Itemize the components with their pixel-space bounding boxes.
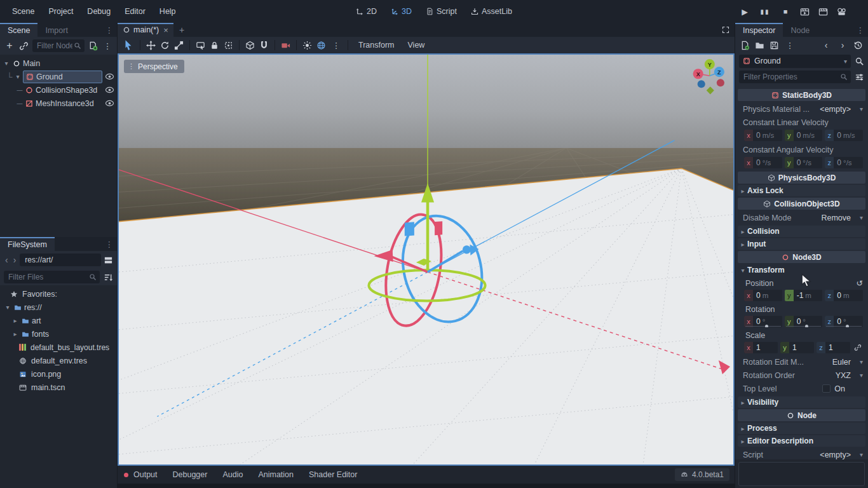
version-badge[interactable]: 4.0.beta1 <box>675 468 729 481</box>
prop-rotation-edit-mode[interactable]: Rotation Edit M... Euler▾ <box>738 355 865 369</box>
rotation-x-field[interactable]: x0° <box>744 316 782 327</box>
collapse-icon[interactable]: ▾ <box>4 304 11 311</box>
scene-dock-menu-icon[interactable]: ⋮ <box>102 23 118 37</box>
collapse-icon[interactable]: ▾ <box>3 60 10 67</box>
section-axis-lock[interactable]: ▸Axis Lock <box>738 185 865 196</box>
clv-y-field[interactable]: y0m/s <box>785 130 823 141</box>
tree-row-meshinstance[interactable]: ─ MeshInstance3d <box>0 97 117 110</box>
resource-menu-icon[interactable]: ⋮ <box>784 39 796 51</box>
tab-import[interactable]: Import <box>37 23 75 37</box>
group-node-icon[interactable] <box>224 41 233 50</box>
fs-row-icon-png[interactable]: icon.png <box>0 367 117 381</box>
play-custom-scene-button[interactable] <box>818 7 828 17</box>
view-menu[interactable]: View <box>403 41 430 50</box>
viewport-3d[interactable]: Y X Z ⋮ Perspective <box>118 53 735 466</box>
attach-script-button[interactable] <box>88 41 98 51</box>
move-tool-icon[interactable] <box>146 41 156 50</box>
workspace-3d[interactable]: 3D <box>391 7 412 16</box>
fs-row-favorites[interactable]: Favorites: <box>0 287 117 301</box>
edited-object-selector[interactable]: Ground ▾ <box>739 55 851 68</box>
menu-help[interactable]: Help <box>153 4 183 18</box>
visibility-eye-icon[interactable] <box>105 72 114 81</box>
collapse-icon[interactable]: ▾ <box>15 73 20 80</box>
save-resource-icon[interactable] <box>770 41 779 50</box>
tree-row-collisionshape[interactable]: ─ CollisionShape3d <box>0 83 117 97</box>
preview-environment-icon[interactable] <box>316 41 326 50</box>
visibility-eye-icon[interactable] <box>105 98 114 108</box>
plane-handle-xy[interactable] <box>435 221 442 235</box>
workspace-assetlib[interactable]: AssetLib <box>471 7 512 16</box>
tab-inspector[interactable]: Inspector <box>735 23 783 37</box>
local-space-icon[interactable] <box>245 41 255 50</box>
new-resource-icon[interactable] <box>740 41 750 50</box>
scale-y-field[interactable]: y1 <box>780 342 814 353</box>
select-tool-icon[interactable] <box>123 39 134 51</box>
tab-scene[interactable]: Scene <box>0 23 37 37</box>
sun-environment-menu-icon[interactable]: ⋮ <box>330 39 342 51</box>
load-resource-icon[interactable] <box>755 41 764 50</box>
play-button[interactable]: ▶ <box>739 7 750 17</box>
workspace-2d[interactable]: 2D <box>356 7 377 16</box>
clv-z-field[interactable]: z0m/s <box>825 130 863 141</box>
filesystem-menu-icon[interactable]: ⋮ <box>102 237 118 251</box>
filter-nodes-input[interactable] <box>36 41 74 51</box>
sort-files-icon[interactable] <box>104 273 113 282</box>
instance-scene-icon[interactable] <box>19 41 29 51</box>
prop-script[interactable]: Script <empty>▾ <box>738 448 865 459</box>
section-collision[interactable]: ▸Collision <box>738 226 865 237</box>
fs-row-root[interactable]: ▾ res:// <box>0 301 117 314</box>
filter-files-input[interactable] <box>7 272 89 282</box>
nav-back-icon[interactable]: ‹ <box>4 255 10 265</box>
menu-editor[interactable]: Editor <box>118 4 153 18</box>
expand-icon[interactable]: ▸ <box>11 317 19 324</box>
preview-sun-icon[interactable] <box>302 41 312 50</box>
pause-button[interactable]: ▮▮ <box>759 8 771 15</box>
add-node-button[interactable]: + <box>4 39 15 52</box>
transform-menu[interactable]: Transform <box>354 41 399 50</box>
cav-y-field[interactable]: y0°/s <box>785 157 823 168</box>
tree-row-main[interactable]: ▾ Main <box>0 57 117 70</box>
current-path-field[interactable] <box>20 254 101 266</box>
bottom-tab-audio[interactable]: Audio <box>216 470 249 479</box>
section-process[interactable]: ▸Process <box>738 423 865 434</box>
clv-x-field[interactable]: x0m/s <box>744 130 782 141</box>
snap-toggle-icon[interactable] <box>259 41 269 50</box>
scene-tree-menu-icon[interactable]: ⋮ <box>102 39 113 52</box>
revert-icon[interactable]: ↺ <box>857 278 863 288</box>
prop-physics-material[interactable]: Physics Material ... <empty>▾ <box>738 102 865 116</box>
scale-z-field[interactable]: z1 <box>817 342 850 353</box>
new-scene-tab-button[interactable]: + <box>173 23 190 37</box>
prop-rotation-order[interactable]: Rotation Order YXZ▾ <box>738 369 865 382</box>
tab-node[interactable]: Node <box>783 23 817 37</box>
position-y-field[interactable]: y-1m <box>785 290 823 301</box>
scale-tool-icon[interactable] <box>174 41 184 50</box>
open-docs-icon[interactable] <box>855 57 864 66</box>
tab-filesystem[interactable]: FileSystem <box>0 237 55 251</box>
fs-row-main-tscn[interactable]: main.tscn <box>0 381 117 394</box>
play-scene-button[interactable] <box>800 7 810 17</box>
history-forward-icon[interactable]: › <box>837 39 848 51</box>
bottom-tab-debugger[interactable]: Debugger <box>166 470 214 479</box>
movie-maker-mode-button[interactable] <box>837 7 846 17</box>
edit-history-icon[interactable] <box>853 41 863 50</box>
prop-disable-mode[interactable]: Disable Mode Remove▾ <box>738 211 865 224</box>
list-select-tool-icon[interactable] <box>196 41 205 50</box>
history-back-icon[interactable]: ‹ <box>820 39 832 51</box>
bottom-tab-shader-editor[interactable]: Shader Editor <box>302 470 363 479</box>
camera-preview-icon[interactable] <box>281 41 290 50</box>
menu-debug[interactable]: Debug <box>80 4 118 18</box>
path-input[interactable] <box>24 255 97 265</box>
bottom-tab-output[interactable]: Output <box>131 470 164 479</box>
selected-node-ground[interactable]: Ground <box>23 71 102 83</box>
fs-row-fonts[interactable]: ▸ fonts <box>0 327 117 341</box>
bottom-tab-animation[interactable]: Animation <box>252 470 300 479</box>
rotate-tool-icon[interactable] <box>160 41 170 50</box>
rotation-y-field[interactable]: y0° <box>785 316 823 327</box>
cav-z-field[interactable]: z0°/s <box>825 157 863 168</box>
distraction-free-icon[interactable] <box>717 23 735 37</box>
scale-x-field[interactable]: x1 <box>744 342 778 353</box>
section-visibility[interactable]: ▸Visibility <box>738 396 865 408</box>
cav-x-field[interactable]: x0°/s <box>744 157 782 168</box>
position-x-field[interactable]: x0m <box>744 290 782 301</box>
perspective-menu-button[interactable]: ⋮ Perspective <box>124 60 184 73</box>
